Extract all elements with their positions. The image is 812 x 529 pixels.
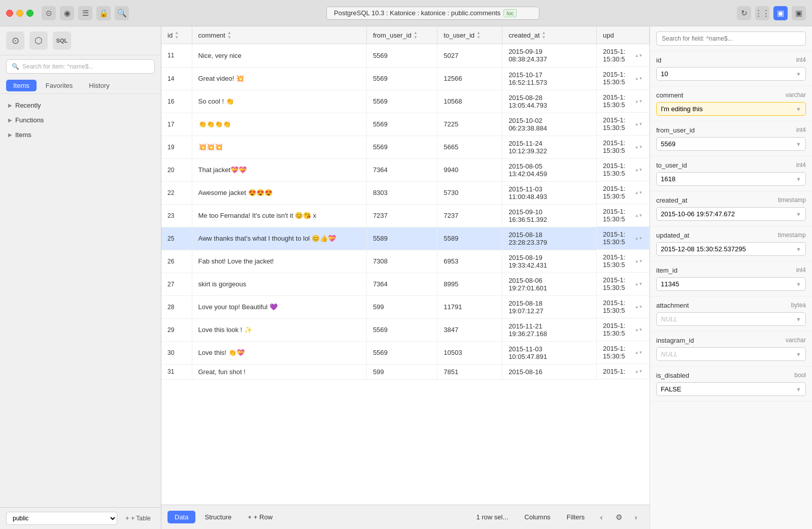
row-from-user-id[interactable]: 5569 <box>366 136 437 158</box>
row-comment[interactable]: Aww thanks that's what I thought to lol … <box>192 227 366 250</box>
db-icon[interactable]: ⊙ <box>6 31 24 50</box>
row-upd[interactable]: 2015-1: 15:30:5▲▼ <box>597 273 649 295</box>
row-id[interactable]: 17 <box>161 113 192 136</box>
loc-badge[interactable]: loc <box>503 9 517 17</box>
row-from-user-id[interactable]: 7237 <box>366 204 437 227</box>
sort-arrows-to[interactable]: ▲▼ <box>477 30 481 40</box>
refresh-icon[interactable]: ↻ <box>737 6 751 20</box>
sort-arrows-from[interactable]: ▲▼ <box>414 30 418 40</box>
table-row[interactable]: 29Love this look ! ✨556938472015-11-21 1… <box>161 318 650 341</box>
maximize-button[interactable] <box>26 10 33 17</box>
row-id[interactable]: 16 <box>161 90 192 113</box>
row-created-at[interactable]: 2015-10-02 06:23:38.884 <box>502 113 597 136</box>
row-upd[interactable]: 2015-1: 15:30:5▲▼ <box>597 136 649 158</box>
row-comment[interactable]: 👏👏👏👏 <box>192 113 366 136</box>
row-to-user-id[interactable]: 6953 <box>437 250 502 273</box>
sidebar-item-items[interactable]: ▶ Items <box>0 127 161 142</box>
row-comment[interactable]: Awesome jacket 😍😍😍 <box>192 181 366 204</box>
row-created-at[interactable]: 2015-08-19 19:33:42.431 <box>502 250 597 273</box>
row-comment[interactable]: Love this! 👏💝 <box>192 341 366 364</box>
table-row[interactable]: 27skirt is gorgeous736489952015-08-06 19… <box>161 273 650 295</box>
row-from-user-id[interactable]: 599 <box>366 364 437 379</box>
sidebar-item-functions[interactable]: ▶ Functions <box>0 113 161 127</box>
row-upd[interactable]: 2015-1: 15:30:5▲▼ <box>597 113 649 136</box>
row-comment[interactable]: Me too Fernanda! It's cute isn't it 😊😘 x <box>192 204 366 227</box>
row-to-user-id[interactable]: 5665 <box>437 136 502 158</box>
row-created-at[interactable]: 2015-08-05 13:42:04.459 <box>502 158 597 181</box>
row-created-at[interactable]: 2015-08-28 13:05:44.793 <box>502 90 597 113</box>
add-table-button[interactable]: + + Table <box>121 513 155 524</box>
row-to-user-id[interactable]: 7237 <box>437 204 502 227</box>
rp-field-value-created_at[interactable]: 2015-10-06 19:57:47.672▼ <box>656 207 806 221</box>
row-to-user-id[interactable]: 11791 <box>437 295 502 318</box>
row-comment[interactable]: Nice, very nice <box>192 44 366 68</box>
row-created-at[interactable]: 2015-10-17 16:52:11.573 <box>502 67 597 90</box>
prev-page-icon[interactable]: ‹ <box>594 510 609 525</box>
row-to-user-id[interactable]: 10568 <box>437 90 502 113</box>
row-created-at[interactable]: 2015-11-03 11:00:48.493 <box>502 181 597 204</box>
table-row[interactable]: 22Awesome jacket 😍😍😍830357302015-11-03 1… <box>161 181 650 204</box>
grid-icon[interactable]: ⋮⋮ <box>755 6 769 20</box>
row-created-at[interactable]: 2015-11-24 10:12:39.322 <box>502 136 597 158</box>
row-id[interactable]: 28 <box>161 295 192 318</box>
row-from-user-id[interactable]: 5569 <box>366 341 437 364</box>
row-upd[interactable]: 2015-1: 15:30:5▲▼ <box>597 250 649 273</box>
row-comment[interactable]: Great, fun shot ! <box>192 364 366 379</box>
rp-field-value-from_user_id[interactable]: 5569▼ <box>656 137 806 151</box>
rp-field-value-is_disabled[interactable]: FALSE▼ <box>656 382 806 396</box>
row-from-user-id[interactable]: 7308 <box>366 250 437 273</box>
row-id[interactable]: 22 <box>161 181 192 204</box>
rp-field-value-comment[interactable]: I'm editing this▼ <box>656 102 806 116</box>
table-row[interactable]: 30Love this! 👏💝5569105032015-11-03 10:05… <box>161 341 650 364</box>
row-comment[interactable]: Love your top! Beautiful 💜 <box>192 295 366 318</box>
col-header-comment[interactable]: comment ▲▼ <box>192 26 366 44</box>
row-upd[interactable]: 2015-1: 15:30:5▲▼ <box>597 67 649 90</box>
tab-structure-button[interactable]: Structure <box>197 511 239 523</box>
row-upd[interactable]: 2015-1: 15:30:5▲▼ <box>597 181 649 204</box>
row-to-user-id[interactable]: 8995 <box>437 273 502 295</box>
row-to-user-id[interactable]: 5589 <box>437 227 502 250</box>
row-created-at[interactable]: 2015-09-19 08:38:24.337 <box>502 44 597 68</box>
layout-left-icon[interactable]: ▣ <box>773 6 788 20</box>
row-upd[interactable]: 2015-1: 15:30:5▲▼ <box>597 227 649 250</box>
table-row[interactable]: 16So cool ! 👏5569105682015-08-28 13:05:4… <box>161 90 650 113</box>
row-to-user-id[interactable]: 5027 <box>437 44 502 68</box>
table-row[interactable]: 25Aww thanks that's what I thought to lo… <box>161 227 650 250</box>
row-created-at[interactable]: 2015-08-06 19:27:01.601 <box>502 273 597 295</box>
row-from-user-id[interactable]: 599 <box>366 295 437 318</box>
row-created-at[interactable]: 2015-08-18 19:07:12.27 <box>502 295 597 318</box>
schema-select[interactable]: public <box>6 512 117 525</box>
tab-items[interactable]: Items <box>6 80 37 91</box>
rp-field-value-updated_at[interactable]: 2015-12-08 15:30:52.537295▼ <box>656 242 806 256</box>
sort-arrows-created[interactable]: ▲▼ <box>542 30 546 40</box>
tab-favorites[interactable]: Favorites <box>39 80 80 91</box>
lock-icon[interactable]: 🔒 <box>96 6 111 20</box>
row-upd[interactable]: 2015-1: 15:30:5▲▼ <box>597 318 649 341</box>
table-row[interactable]: 14Great video! 💥5569125662015-10-17 16:5… <box>161 67 650 90</box>
table-icon[interactable]: ⬡ <box>29 31 48 50</box>
col-header-from-user-id[interactable]: from_user_id ▲▼ <box>366 26 437 44</box>
row-id[interactable]: 25 <box>161 227 192 250</box>
row-created-at[interactable]: 2015-11-03 10:05:47.891 <box>502 341 597 364</box>
rp-field-value-id[interactable]: 10▼ <box>656 67 806 81</box>
sort-arrows-comment[interactable]: ▲▼ <box>227 30 231 40</box>
row-from-user-id[interactable]: 8303 <box>366 181 437 204</box>
data-table-wrap[interactable]: id ▲▼ comment ▲▼ from_us <box>161 26 650 505</box>
row-from-user-id[interactable]: 5569 <box>366 113 437 136</box>
row-upd[interactable]: 2015-1: 15:30:5▲▼ <box>597 295 649 318</box>
row-to-user-id[interactable]: 5730 <box>437 181 502 204</box>
filters-button[interactable]: Filters <box>560 511 592 523</box>
table-row[interactable]: 11Nice, very nice556950272015-09-19 08:3… <box>161 44 650 68</box>
row-created-at[interactable]: 2015-11-21 19:36:27.168 <box>502 318 597 341</box>
close-button[interactable] <box>6 10 13 17</box>
next-page-icon[interactable]: › <box>628 510 644 525</box>
row-id[interactable]: 27 <box>161 273 192 295</box>
table-row[interactable]: 20That jacket💝💝736499402015-08-05 13:42:… <box>161 158 650 181</box>
row-id[interactable]: 19 <box>161 136 192 158</box>
row-upd[interactable]: 2015-1: 15:30:5▲▼ <box>597 44 649 67</box>
right-panel-search-input[interactable] <box>656 31 806 46</box>
row-from-user-id[interactable]: 5569 <box>366 44 437 68</box>
gear-icon[interactable]: ⚙ <box>611 510 626 525</box>
search-icon[interactable]: 🔍 <box>115 6 129 20</box>
row-upd[interactable]: 2015-1:▲▼ <box>597 364 649 379</box>
